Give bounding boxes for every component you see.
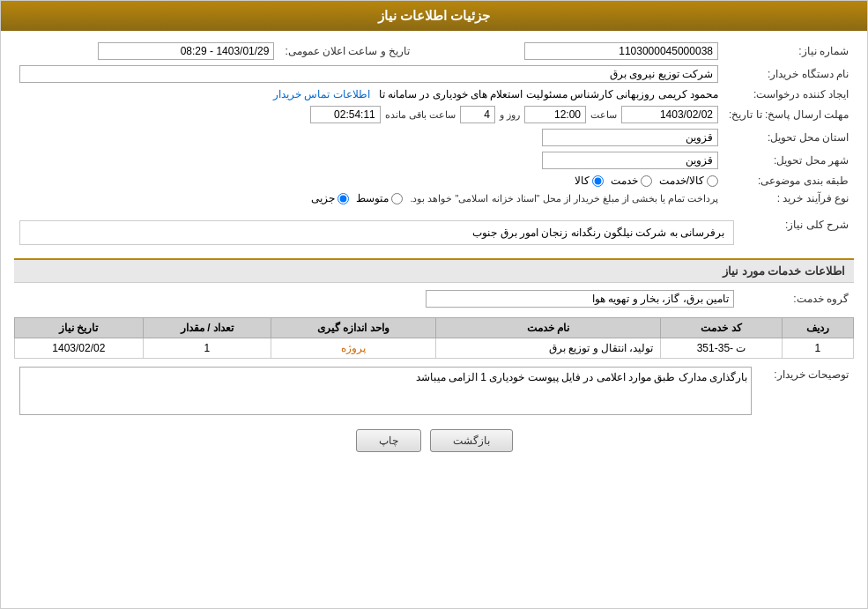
col-header-row: ردیف [782, 318, 853, 338]
buyer-notes-textarea[interactable]: بارگذاری مدارک طبق موارد اعلامی در فایل … [19, 367, 752, 415]
announce-date-label: تاریخ و ساعت اعلان عمومی: [279, 40, 415, 63]
services-table: ردیف کد خدمت نام خدمت واحد اندازه گیری ت… [14, 317, 854, 359]
need-description-box: برفرسانی به شرکت نیلگون رنگدانه زنجان ام… [19, 220, 734, 245]
deadline-time-label: ساعت [590, 109, 617, 121]
need-number-label: شماره نیاز: [723, 40, 854, 63]
purchase-type-jozi-label: جزیی [311, 192, 335, 204]
purchase-type-note: پرداخت تمام یا بخشی از مبلغ خریدار از مح… [410, 193, 718, 204]
purchase-type-motavaset-option[interactable]: متوسط [356, 192, 403, 204]
deadline-time-input [524, 106, 586, 123]
services-section-title: اطلاعات خدمات مورد نیاز [14, 258, 854, 283]
purchase-type-label: نوع فرآیند خرید : [723, 189, 854, 207]
category-kala-option[interactable]: کالا [575, 175, 604, 187]
print-button[interactable]: چاپ [356, 429, 421, 452]
header-title: جزئیات اطلاعات نیاز [378, 8, 490, 23]
purchase-type-jozi-option[interactable]: جزیی [311, 192, 349, 204]
remaining-label: ساعت باقی مانده [385, 109, 456, 121]
announce-date-input [98, 42, 274, 60]
buyer-notes-label: توصیحات خریدار: [757, 364, 854, 420]
service-group-label: گروه خدمت: [739, 287, 854, 310]
description-table: شرح کلی نیاز: برفرسانی به شرکت نیلگون رن… [14, 214, 854, 251]
purchase-type-motavaset-radio[interactable] [391, 193, 403, 204]
service-name: تولید، انتقال و توزیع برق [435, 338, 661, 359]
buyer-name-input [19, 65, 718, 83]
category-radio-group: کالا/خدمت خدمت کالا [19, 175, 718, 187]
deadline-days-input [460, 106, 495, 123]
creator-value: محمود کریمی روزبهانی کارشناس مسئولیت است… [379, 88, 718, 100]
main-info-table: شماره نیاز: تاریخ و ساعت اعلان عمومی: نا… [14, 40, 854, 207]
province-input [542, 129, 718, 146]
service-group-input [426, 290, 734, 308]
service-quantity: 1 [143, 338, 271, 359]
province-label: استان محل تحویل: [723, 126, 854, 149]
col-header-service-code: کد خدمت [661, 318, 782, 338]
back-button[interactable]: بازگشت [430, 429, 513, 452]
service-code: ت -35-351 [661, 338, 782, 359]
need-description-value: برفرسانی به شرکت نیلگون رنگدانه زنجان ام… [472, 227, 724, 239]
category-kala-khedmat-label: کالا/خدمت [659, 175, 704, 187]
col-header-date: تاریخ نیاز [15, 318, 144, 338]
category-khedmat-label: خدمت [611, 175, 638, 187]
button-group: بازگشت چاپ [14, 429, 854, 452]
buyer-name-label: نام دستگاه خریدار: [723, 63, 854, 85]
buyer-notes-table: توصیحات خریدار: بارگذاری مدارک طبق موارد… [14, 364, 854, 420]
deadline-date-input [621, 106, 718, 123]
purchase-type-jozi-radio[interactable] [338, 193, 349, 204]
service-date: 1403/02/02 [15, 338, 144, 359]
deadline-label: مهلت ارسال پاسخ: تا تاریخ: [723, 103, 854, 126]
col-header-quantity: تعداد / مقدار [143, 318, 271, 338]
category-khedmat-radio[interactable] [641, 175, 652, 187]
category-kala-khedmat-radio[interactable] [707, 175, 718, 187]
unit-value: پروژه [341, 342, 366, 354]
purchase-type-motavaset-label: متوسط [356, 192, 389, 204]
col-header-unit: واحد اندازه گیری [271, 318, 435, 338]
service-unit: پروژه [271, 338, 435, 359]
need-description-label: شرح کلی نیاز: [739, 214, 854, 251]
table-row: 1 ت -35-351 تولید، انتقال و توزیع برق پر… [15, 338, 854, 359]
service-group-table: گروه خدمت: [14, 287, 854, 310]
deadline-days-label: روز و [500, 109, 520, 121]
city-input [542, 152, 718, 169]
category-kala-radio[interactable] [592, 175, 604, 187]
purchase-type-radio-group: پرداخت تمام یا بخشی از مبلغ خریدار از مح… [19, 192, 718, 204]
page-header: جزئیات اطلاعات نیاز [1, 1, 867, 31]
remaining-time-input [310, 106, 381, 123]
category-khedmat-option[interactable]: خدمت [611, 175, 652, 187]
category-kala-label: کالا [575, 175, 590, 187]
contact-link[interactable]: اطلاعات تماس خریدار [273, 88, 370, 100]
col-header-service-name: نام خدمت [435, 318, 661, 338]
category-kala-khedmat-option[interactable]: کالا/خدمت [659, 175, 718, 187]
row-number: 1 [782, 338, 853, 359]
category-label: طبقه بندی موضوعی: [723, 172, 854, 189]
need-number-input [524, 42, 718, 60]
creator-label: ایجاد کننده درخواست: [723, 85, 854, 103]
city-label: شهر محل تحویل: [723, 149, 854, 172]
